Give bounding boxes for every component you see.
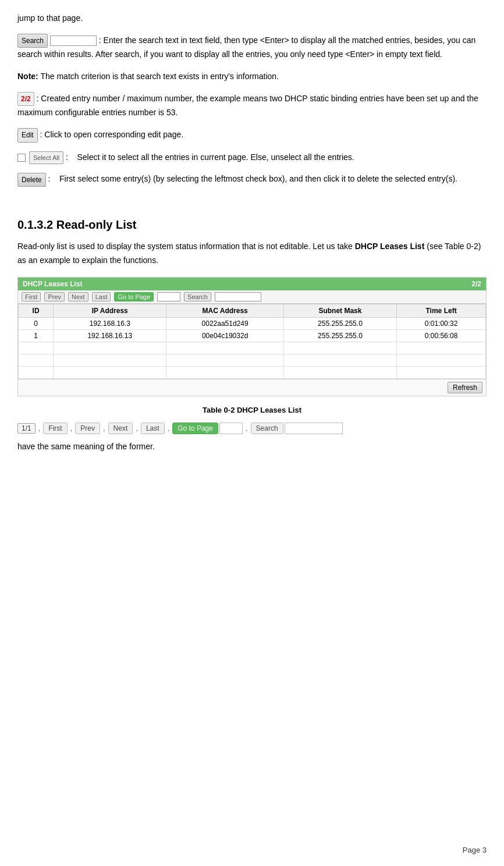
cell-ip: [54, 366, 166, 378]
search-label-btn: Search: [251, 423, 283, 434]
cell-subnet: [283, 354, 396, 366]
checkbox-example: [17, 154, 26, 162]
first-btn[interactable]: First: [43, 423, 67, 434]
sep1: ,: [38, 424, 41, 432]
col-id: ID: [19, 304, 54, 317]
col-ip: IP Address: [54, 304, 166, 317]
refresh-button[interactable]: Refresh: [448, 382, 482, 393]
section-intro-text: Read-only list is used to display the sy…: [17, 242, 355, 251]
dhcp-first-btn[interactable]: First: [22, 292, 41, 301]
dhcp-table-header-row: ID IP Address MAC Address Subnet Mask Ti…: [19, 304, 486, 317]
goto-input[interactable]: [219, 423, 243, 434]
dhcp-page-indicator: 2/2: [471, 280, 481, 288]
counter-desc-text: : Created entry number / maximum number,…: [17, 94, 478, 117]
page-footer: Page 3: [463, 846, 487, 854]
table-caption: Table 0-2 DHCP Leases List: [17, 406, 487, 414]
goto-btn[interactable]: Go to Page: [172, 423, 218, 434]
cell-id: 1: [19, 329, 54, 342]
cell-subnet: [283, 366, 396, 378]
dhcp-table-nav: First Prev Next Last Go to Page Search: [18, 290, 486, 304]
cell-ip: [54, 354, 166, 366]
search-bottom-input[interactable]: [285, 423, 343, 434]
edit-desc-text: : Click to open corresponding edit page.: [40, 130, 184, 139]
cell-subnet: 255.255.255.0: [283, 329, 396, 342]
delete-desc-para: Delete : First select some entry(s) (by …: [17, 172, 487, 186]
delete-button-example: Delete: [17, 173, 46, 187]
cell-time: [397, 366, 486, 378]
select-all-desc-para: Select All : Select it to select all the…: [17, 151, 487, 165]
edit-desc-para: Edit : Click to open corresponding edit …: [17, 128, 487, 142]
table-row: [19, 354, 486, 366]
dhcp-leases-table-wrapper: DHCP Leases List 2/2 First Prev Next Las…: [17, 277, 487, 396]
sep3: ,: [103, 424, 105, 432]
cell-subnet: [283, 342, 396, 354]
search-desc-para: Search : Enter the search text in text f…: [17, 34, 487, 62]
page-num-badge: 1/1: [17, 423, 36, 434]
dhcp-goto-btn[interactable]: Go to Page: [114, 292, 154, 301]
search-button-example: Search: [17, 34, 48, 48]
cell-mac: 0022aa51d249: [166, 317, 283, 329]
dhcp-search-label: Search: [184, 292, 211, 301]
cell-ip: [54, 342, 166, 354]
dhcp-search-input[interactable]: [215, 292, 261, 301]
delete-desc-text: First select some entry(s) (by selecting…: [59, 174, 457, 183]
counter-desc-para: 2/2 : Created entry number / maximum num…: [17, 92, 487, 120]
note-text: The match criterion is that search text …: [40, 72, 279, 81]
cell-ip: 192.168.16.3: [54, 317, 166, 329]
col-subnet: Subnet Mask: [283, 304, 396, 317]
dhcp-next-btn[interactable]: Next: [68, 292, 88, 301]
counter-badge-example: 2/2: [17, 92, 34, 106]
cell-time: 0:00:56:08: [397, 329, 486, 342]
search-input-example[interactable]: [50, 36, 97, 46]
table-row: [19, 342, 486, 354]
table-row: 0192.168.16.30022aa51d249255.255.255.00:…: [19, 317, 486, 329]
note-para: Note: The match criterion is that search…: [17, 70, 487, 84]
cell-id: [19, 342, 54, 354]
cell-mac: 00e04c19032d: [166, 329, 283, 342]
sep2: ,: [70, 424, 73, 432]
table-row: 1192.168.16.1300e04c19032d255.255.255.00…: [19, 329, 486, 342]
edit-button-example: Edit: [17, 128, 38, 142]
dhcp-last-btn[interactable]: Last: [92, 292, 111, 301]
dhcp-prev-btn[interactable]: Prev: [44, 292, 65, 301]
counter-num: 2/2: [21, 95, 31, 103]
select-all-button-example: Select All: [29, 151, 63, 165]
cell-mac: [166, 342, 283, 354]
next-btn[interactable]: Next: [108, 423, 133, 434]
cell-ip: 192.168.16.13: [54, 329, 166, 342]
cell-subnet: 255.255.255.0: [283, 317, 396, 329]
bottom-text: have the same meaning of the former.: [17, 440, 487, 454]
cell-id: [19, 354, 54, 366]
col-time: Time Left: [397, 304, 486, 317]
dhcp-leases-list-ref: DHCP Leases List: [355, 242, 425, 251]
dhcp-table-header-bar: DHCP Leases List 2/2: [18, 278, 486, 290]
section-intro-para: Read-only list is used to display the sy…: [17, 240, 487, 268]
dhcp-data-table: ID IP Address MAC Address Subnet Mask Ti…: [18, 304, 486, 379]
cell-id: 0: [19, 317, 54, 329]
cell-id: [19, 366, 54, 378]
intro-line: jump to that page.: [17, 12, 487, 26]
note-label: Note:: [17, 72, 38, 81]
cell-mac: [166, 354, 283, 366]
sep5: ,: [168, 424, 170, 432]
col-mac: MAC Address: [166, 304, 283, 317]
last-btn[interactable]: Last: [141, 423, 165, 434]
dhcp-table-title: DHCP Leases List: [23, 280, 83, 288]
sep4: ,: [136, 424, 138, 432]
table-row: [19, 366, 486, 378]
sep6: ,: [246, 424, 248, 432]
bottom-button-row: 1/1 , First , Prev , Next , Last , Go to…: [17, 423, 487, 434]
cell-time: [397, 354, 486, 366]
cell-time: [397, 342, 486, 354]
prev-btn[interactable]: Prev: [75, 423, 100, 434]
refresh-row: Refresh: [18, 379, 486, 396]
select-all-desc-text: Select it to select all the entries in c…: [77, 152, 354, 162]
cell-mac: [166, 366, 283, 378]
cell-time: 0:01:00:32: [397, 317, 486, 329]
section-heading: 0.1.3.2 Read-only List: [17, 218, 487, 232]
dhcp-goto-input[interactable]: [157, 292, 180, 301]
